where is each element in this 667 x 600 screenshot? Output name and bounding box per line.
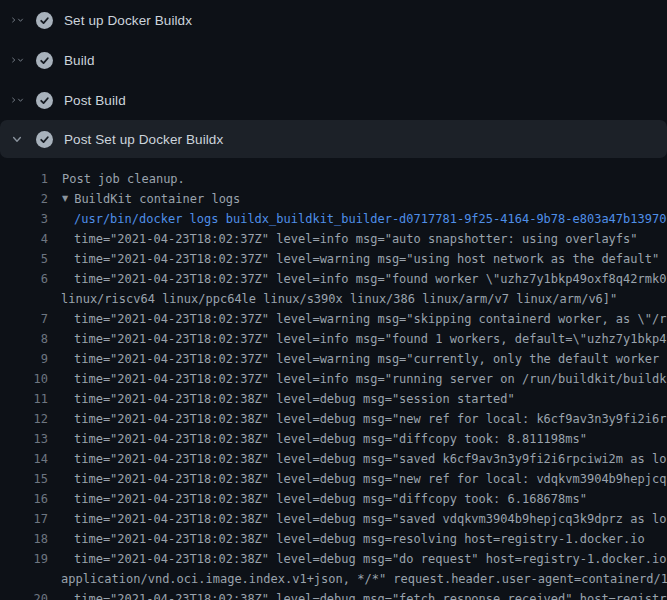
log-line: 4 time="2021-04-23T18:02:37Z" level=info… [0, 229, 667, 249]
steps-list: Set up Docker Buildx Build [0, 0, 667, 158]
log-line-number[interactable]: 3 [0, 209, 48, 229]
log-line-text: time="2021-04-23T18:02:37Z" level=info m… [74, 329, 667, 349]
log-line-number[interactable]: 16 [0, 489, 48, 509]
log-line-number[interactable]: 9 [0, 349, 48, 369]
log-line-text: time="2021-04-23T18:02:38Z" level=debug … [74, 589, 667, 600]
log-line-number[interactable]: 7 [0, 309, 48, 329]
step-header-1[interactable]: Build [0, 40, 667, 80]
log-line-text: time="2021-04-23T18:02:37Z" level=warnin… [74, 309, 667, 329]
log-line: 14 time="2021-04-23T18:02:38Z" level=deb… [0, 449, 667, 469]
step-header-2[interactable]: Post Build [0, 80, 667, 120]
log-line: 13 time="2021-04-23T18:02:38Z" level=deb… [0, 429, 667, 449]
log-line-number[interactable]: 14 [0, 449, 48, 469]
step-label: Post Build [64, 93, 126, 108]
log-output: 1 Post job cleanup. 2 ▼BuildKit containe… [0, 158, 667, 600]
chevron-right-icon [10, 54, 17, 66]
log-line-number[interactable]: 12 [0, 409, 48, 429]
log-line-text: time="2021-04-23T18:02:38Z" level=debug … [74, 489, 587, 509]
log-line-number[interactable]: 13 [0, 429, 48, 449]
log-line-number[interactable]: 15 [0, 469, 48, 489]
log-line-text: time="2021-04-23T18:02:38Z" level=debug … [74, 389, 515, 409]
log-line-number[interactable]: 19 [0, 549, 48, 569]
log-line-text: time="2021-04-23T18:02:38Z" level=debug … [74, 449, 667, 469]
check-circle-icon [36, 92, 53, 109]
log-line: 8 time="2021-04-23T18:02:37Z" level=info… [0, 329, 667, 349]
log-line-text: application/vnd.oci.image.index.v1+json,… [61, 569, 667, 589]
chevron-down-icon [17, 94, 24, 106]
chevron-icon[interactable] [10, 132, 24, 146]
chevron-down-icon [17, 54, 24, 66]
log-line-number[interactable]: 8 [0, 329, 48, 349]
step-header-0[interactable]: Set up Docker Buildx [0, 0, 667, 40]
chevron-right-icon [10, 14, 17, 26]
log-line-text: time="2021-04-23T18:02:38Z" level=debug … [74, 469, 667, 489]
check-circle-icon [36, 12, 53, 29]
log-line-text: time="2021-04-23T18:02:37Z" level=warnin… [74, 249, 659, 269]
log-line-text: linux/riscv64 linux/ppc64le linux/s390x … [61, 289, 617, 309]
workflow-log-viewer: Set up Docker Buildx Build [0, 0, 667, 600]
log-line-text: time="2021-04-23T18:02:38Z" level=debug … [74, 509, 667, 529]
log-line-number[interactable]: 18 [0, 529, 48, 549]
log-line: 16 time="2021-04-23T18:02:38Z" level=deb… [0, 489, 667, 509]
check-circle-icon [36, 131, 53, 148]
log-line: 2 ▼BuildKit container logs [0, 189, 667, 209]
step-label: Build [64, 53, 95, 68]
log-line-text: time="2021-04-23T18:02:37Z" level=info m… [74, 369, 667, 389]
group-toggle-icon[interactable]: ▼ [62, 189, 68, 209]
log-line-number[interactable]: 20 [0, 589, 48, 600]
log-line-number[interactable]: 1 [0, 169, 48, 189]
log-line-number[interactable] [0, 569, 48, 589]
chevron-down-icon [17, 14, 24, 26]
log-line-text: Post job cleanup. [62, 169, 185, 189]
log-line-text: time="2021-04-23T18:02:38Z" level=debug … [74, 529, 645, 549]
log-line: 3 /usr/bin/docker logs buildx_buildkit_b… [0, 209, 667, 229]
chevron-down-icon [11, 133, 23, 145]
log-line-text: time="2021-04-23T18:02:38Z" level=debug … [74, 409, 667, 429]
log-line-text: time="2021-04-23T18:02:37Z" level=warnin… [74, 349, 667, 369]
log-line: 6 time="2021-04-23T18:02:37Z" level=info… [0, 269, 667, 289]
step-header-3[interactable]: Post Set up Docker Buildx [0, 120, 667, 158]
log-line-text: time="2021-04-23T18:02:37Z" level=info m… [74, 229, 638, 249]
log-line-number[interactable]: 4 [0, 229, 48, 249]
chevron-right-icon [10, 94, 17, 106]
step-label: Post Set up Docker Buildx [64, 132, 223, 147]
log-line-number[interactable]: 6 [0, 269, 48, 289]
chevron-icon[interactable] [10, 53, 24, 67]
log-line-number[interactable]: 2 [0, 189, 48, 209]
log-line: 5 time="2021-04-23T18:02:37Z" level=warn… [0, 249, 667, 269]
log-line: 11 time="2021-04-23T18:02:38Z" level=deb… [0, 389, 667, 409]
chevron-icon[interactable] [10, 93, 24, 107]
log-line-number[interactable]: 17 [0, 509, 48, 529]
log-line: 17 time="2021-04-23T18:02:38Z" level=deb… [0, 509, 667, 529]
log-line: 19 time="2021-04-23T18:02:38Z" level=deb… [0, 549, 667, 569]
log-line: 12 time="2021-04-23T18:02:38Z" level=deb… [0, 409, 667, 429]
log-line: 1 Post job cleanup. [0, 169, 667, 189]
log-line-number[interactable]: 5 [0, 249, 48, 269]
log-line: 15 time="2021-04-23T18:02:38Z" level=deb… [0, 469, 667, 489]
check-circle-icon [36, 52, 53, 69]
log-line-text: time="2021-04-23T18:02:38Z" level=debug … [74, 429, 587, 449]
log-line: 9 time="2021-04-23T18:02:37Z" level=warn… [0, 349, 667, 369]
log-line-text: time="2021-04-23T18:02:38Z" level=debug … [74, 549, 667, 569]
log-line-text: BuildKit container logs [74, 189, 240, 209]
log-line: 18 time="2021-04-23T18:02:38Z" level=deb… [0, 529, 667, 549]
step-label: Set up Docker Buildx [64, 13, 192, 28]
log-line-text: time="2021-04-23T18:02:37Z" level=info m… [74, 269, 667, 289]
chevron-icon[interactable] [10, 13, 24, 27]
log-line-number[interactable] [0, 289, 48, 309]
log-line-number[interactable]: 11 [0, 389, 48, 409]
log-line: linux/riscv64 linux/ppc64le linux/s390x … [0, 289, 667, 309]
log-line: application/vnd.oci.image.index.v1+json,… [0, 569, 667, 589]
log-line: 10 time="2021-04-23T18:02:37Z" level=inf… [0, 369, 667, 389]
log-line-text: /usr/bin/docker logs buildx_buildkit_bui… [74, 209, 666, 229]
log-line: 7 time="2021-04-23T18:02:37Z" level=warn… [0, 309, 667, 329]
log-line: 20 time="2021-04-23T18:02:38Z" level=deb… [0, 589, 667, 600]
log-line-number[interactable]: 10 [0, 369, 48, 389]
